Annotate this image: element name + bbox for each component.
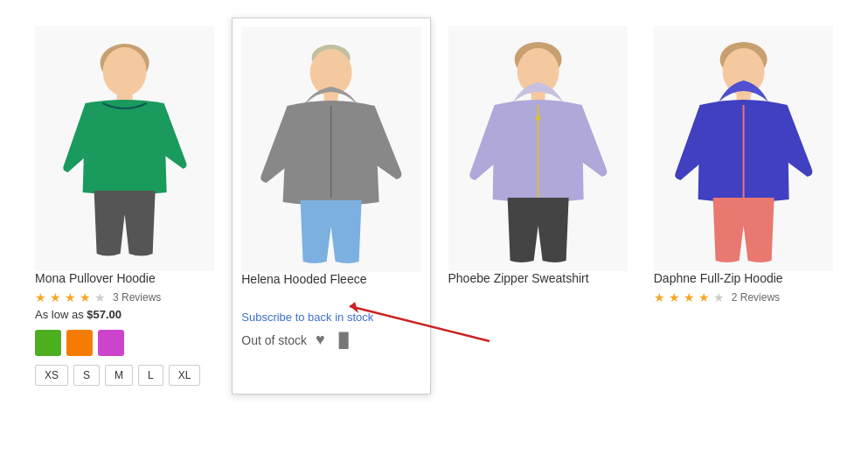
swatch-magenta[interactable] [98, 330, 124, 356]
daphne-star-4: ★ [698, 290, 710, 304]
product-rating-daphne: ★ ★ ★ ★ ★ 2 Reviews [654, 290, 833, 304]
product-card-phoebe: Phoebe Zipper Sweatshirt [440, 17, 636, 395]
color-swatches-mona [35, 330, 214, 356]
swatch-green[interactable] [35, 330, 61, 356]
size-s[interactable]: S [73, 365, 100, 386]
product-price-mona: As low as $57.00 [35, 308, 214, 321]
star-4: ★ [80, 290, 91, 304]
product-card-helena: Helena Hooded Fleece Subscribe to back i… [232, 17, 430, 395]
wishlist-icon[interactable]: ♥ [316, 331, 325, 349]
size-xl[interactable]: XL [169, 365, 201, 386]
product-image-phoebe[interactable] [448, 26, 628, 271]
product-card-daphne: Daphne Full-Zip Hoodie ★ ★ ★ ★ ★ 2 Revie… [645, 17, 842, 395]
swatch-orange[interactable] [66, 330, 93, 356]
subscribe-link-helena[interactable]: Subscribe to back in stock [241, 311, 420, 324]
size-options-mona: XS S M L XL [35, 365, 214, 386]
reviews-link-daphne[interactable]: 2 Reviews [732, 291, 780, 304]
star-3: ★ [65, 290, 76, 304]
product-title-helena: Helena Hooded Fleece [241, 272, 420, 286]
product-rating-mona: ★ ★ ★ ★ ★ 3 Reviews [35, 290, 214, 304]
star-5: ★ [94, 290, 106, 304]
product-title-mona: Mona Pullover Hoodie [35, 271, 214, 285]
compare-icon[interactable]: ▐▌ [334, 332, 354, 348]
product-image-daphne[interactable] [654, 26, 833, 271]
products-grid: Mona Pullover Hoodie ★ ★ ★ ★ ★ 3 Reviews… [0, 0, 868, 412]
daphne-star-3: ★ [684, 290, 695, 304]
svg-point-2 [103, 47, 147, 96]
no-rating-phoebe [448, 290, 628, 310]
size-xs[interactable]: XS [35, 365, 68, 386]
daphne-star-1: ★ [654, 290, 665, 304]
daphne-star-5: ★ [713, 290, 725, 304]
product-card-mona: Mona Pullover Hoodie ★ ★ ★ ★ ★ 3 Reviews… [26, 17, 223, 395]
out-of-stock-label: Out of stock [241, 333, 307, 347]
product-title-daphne: Daphne Full-Zip Hoodie [654, 271, 833, 285]
out-of-stock-row: Out of stock ♥ ▐▌ [241, 331, 420, 349]
star-1: ★ [35, 290, 46, 304]
product-title-phoebe: Phoebe Zipper Sweatshirt [448, 271, 628, 285]
product-image-mona[interactable] [35, 26, 214, 271]
reviews-link-mona[interactable]: 3 Reviews [113, 291, 161, 304]
star-2: ★ [50, 290, 61, 304]
svg-point-14 [535, 115, 540, 121]
no-price-phoebe [448, 310, 628, 334]
size-l[interactable]: L [138, 365, 163, 386]
daphne-star-2: ★ [669, 290, 680, 304]
size-m[interactable]: M [105, 365, 133, 386]
no-rating-helena [241, 291, 420, 311]
product-image-helena[interactable] [241, 27, 420, 272]
